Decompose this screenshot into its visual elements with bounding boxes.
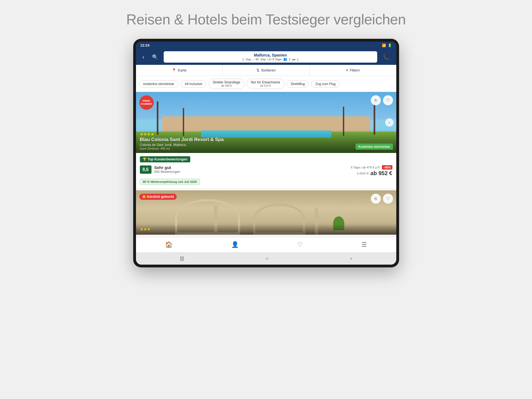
recently-booked-badge: 🔔 Kürzlich gebucht [139,194,177,200]
nav-home[interactable]: 🏠 [160,240,178,249]
old-price-1: 1.882 € [357,171,369,175]
hotel-card-1[interactable]: PREISHAMMER ⎋ ♡ › ★★★★ Blau Colonia Sant… [136,92,396,188]
back-button[interactable]: ‹ [140,53,147,61]
menu-icon: ☰ [361,241,367,248]
rating-row-1: 8,6 Sehr gut 665 Bewertungen 6 Tage | ab… [140,165,392,177]
search-icon[interactable]: 🔍 [150,53,160,61]
recent-apps-button[interactable]: ||| [180,255,184,261]
bottom-nav: 🏠 👤 ♡ ☰ [136,237,396,252]
new-price-1: ab 952 € [371,170,392,177]
back-button-android[interactable]: ‹ [350,255,352,261]
nav-bar: ‹ 🔍 Mallorca, Spanien 1. Sep. – 30. Sep.… [136,49,396,65]
rating-count-1: 665 Bewertungen [154,170,180,174]
tab-map[interactable]: 📍 Karte [136,65,223,76]
hotel-stars-2: ★★★ [140,227,392,231]
filter-free-cancel[interactable]: kostenlos stornierbar [139,80,178,88]
hotel-image-1: PREISHAMMER ⎋ ♡ › ★★★★ Blau Colonia Sant… [136,92,396,153]
badge-text: PREISHAMMER [141,99,152,106]
hotels-list: PREISHAMMER ⎋ ♡ › ★★★★ Blau Colonia Sant… [136,92,396,237]
recommend-badge-1: 89 % Weiterempfehlung seit Juli 2020 [140,179,200,185]
search-summary[interactable]: Mallorca, Spanien 1. Sep. – 30. Sep. | 6… [164,51,377,63]
home-button[interactable]: ○ [266,255,269,261]
status-bar: 12:24 📶 🔋 [136,42,396,49]
nav-account[interactable]: 👤 [226,240,244,249]
nav-menu[interactable]: ☰ [356,240,372,249]
destination-label: Mallorca, Spanien [167,53,374,57]
wishlist-icon: ♡ [297,241,303,248]
home-icon: 🏠 [165,241,173,248]
hotel-location-1: Colonia de Sant Jordi, Mallorca [140,143,392,147]
status-time: 12:24 [140,43,150,47]
tab-sort[interactable]: ⇅ Sortieren [223,65,310,76]
preis-hammer-badge: PREISHAMMER [139,95,154,110]
share-button-1[interactable]: ⎋ [371,95,381,105]
hotel-image-2: 🔔 Kürzlich gebucht ⎋ ♡ ★★★ [136,190,396,235]
account-icon: 👤 [231,241,239,248]
quick-filters: kostenlos stornierbar All Inclusive Dire… [136,76,396,92]
tablet-screen: 12:24 📶 🔋 ‹ 🔍 Mallorca, Spanien 1. Sep. … [136,42,396,265]
share-button-2[interactable]: ⎋ [371,194,381,204]
status-icons: 📶 🔋 [382,44,392,47]
filter-tab-label: Filtern [350,68,360,72]
filter-icon: ≡ [346,68,348,72]
sort-tab-label: Sortieren [261,68,276,72]
android-nav: ||| ○ ‹ [136,252,396,265]
hotel-card-2[interactable]: 🔔 Kürzlich gebucht ⎋ ♡ ★★★ [136,190,396,235]
free-cancel-badge: Kostenlos stornierbar [356,144,393,150]
trip-details: 1. Sep. – 30. Sep. | 6–9 Tage 👥 2 🛏 1 [167,57,374,61]
hotel-actions-2: ⎋ ♡ [371,194,393,204]
wifi-icon: 📶 [382,44,386,47]
filter-direct-flight[interactable]: Direktflug [287,80,309,88]
sort-icon: ⇅ [256,68,259,72]
rating-label-1: Sehr gut [154,165,180,170]
page-headline: Reisen & Hotels beim Testsieger vergleic… [126,11,406,28]
hotel-overlay-2: ★★★ [136,224,396,235]
filter-beach[interactable]: Direkte Strandlage ab 430 € [209,79,244,89]
filter-tabs: 📍 Karte ⇅ Sortieren ≡ Filtern [136,65,396,76]
price-area-1: 6 Tage | ab 476 € p.P. -49% 1.882 € ab 9… [351,165,392,177]
discount-badge-1: -49% [382,165,392,170]
hotel-location-sub-1: (zum Zentrum: 492 m) [140,147,392,150]
top-rating-badge: 🏆 Top Kundenbewertungen [140,156,190,162]
duration-label: 6 Tage | ab 476 € p.P. [351,166,380,169]
favorite-button-2[interactable]: ♡ [383,194,393,204]
tablet-frame: 12:24 📶 🔋 ‹ 🔍 Mallorca, Spanien 1. Sep. … [133,39,399,267]
map-tab-label: Karte [178,68,186,72]
map-icon: 📍 [172,68,176,72]
hotel-name-1: Blau Colonia Sant Jordi Resort & Spa [140,137,392,142]
favorite-button-1[interactable]: ♡ [383,95,393,105]
nav-wishlist[interactable]: ♡ [292,240,308,249]
filter-adults-only[interactable]: Nur für Erwachsene ab 414 € [247,79,284,89]
battery-icon: 🔋 [388,44,392,47]
hotel-actions-1: ⎋ ♡ [371,95,393,105]
filter-all-inclusive[interactable]: All Inclusive [181,80,206,88]
hotel-details-1: 🏆 Top Kundenbewertungen 8,6 Sehr gut 665… [136,153,396,188]
filter-train[interactable]: Zug zum Flug [311,80,340,88]
rating-score-1: 8,6 [140,165,151,174]
next-image-arrow[interactable]: › [385,118,394,127]
hotel-stars-1: ★★★★ [140,132,392,136]
tab-filter[interactable]: ≡ Filtern [310,65,396,76]
phone-button[interactable]: 📞 [381,53,392,62]
